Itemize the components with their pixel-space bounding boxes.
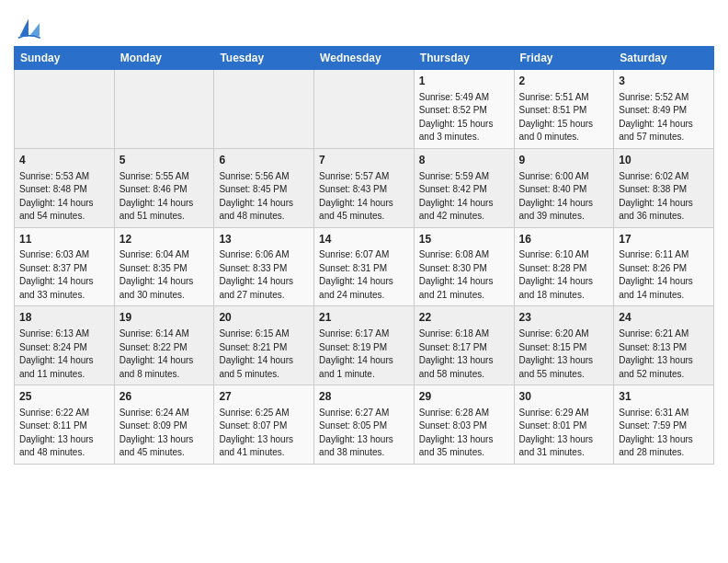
day-number: 28	[319, 389, 409, 405]
day-info: Sunrise: 6:08 AM Sunset: 8:30 PM Dayligh…	[419, 248, 509, 302]
weekday-thursday: Thursday	[414, 47, 514, 70]
day-cell: 6Sunrise: 5:56 AM Sunset: 8:45 PM Daylig…	[214, 148, 314, 227]
day-number: 2	[519, 74, 609, 89]
day-number: 25	[19, 389, 109, 405]
day-cell: 2Sunrise: 5:51 AM Sunset: 8:51 PM Daylig…	[514, 70, 614, 149]
day-cell: 8Sunrise: 5:59 AM Sunset: 8:42 PM Daylig…	[414, 148, 514, 227]
day-info: Sunrise: 6:25 AM Sunset: 8:07 PM Dayligh…	[219, 407, 309, 460]
weekday-friday: Friday	[514, 47, 614, 70]
week-row-3: 11Sunrise: 6:03 AM Sunset: 8:37 PM Dayli…	[15, 227, 714, 306]
calendar-body: 1Sunrise: 5:49 AM Sunset: 8:52 PM Daylig…	[15, 70, 714, 465]
weekday-wednesday: Wednesday	[314, 47, 415, 70]
day-info: Sunrise: 6:10 AM Sunset: 8:28 PM Dayligh…	[519, 248, 609, 302]
week-row-2: 4Sunrise: 5:53 AM Sunset: 8:48 PM Daylig…	[15, 148, 714, 227]
header	[14, 9, 714, 42]
day-cell: 16Sunrise: 6:10 AM Sunset: 8:28 PM Dayli…	[514, 227, 614, 306]
weekday-sunday: Sunday	[15, 47, 115, 70]
weekday-tuesday: Tuesday	[214, 47, 314, 70]
day-number: 24	[619, 310, 709, 326]
day-info: Sunrise: 6:07 AM Sunset: 8:31 PM Dayligh…	[319, 248, 409, 302]
day-number: 17	[619, 232, 709, 247]
day-info: Sunrise: 6:04 AM Sunset: 8:35 PM Dayligh…	[119, 248, 210, 302]
day-info: Sunrise: 5:57 AM Sunset: 8:43 PM Dayligh…	[319, 170, 409, 224]
day-cell: 29Sunrise: 6:28 AM Sunset: 8:03 PM Dayli…	[414, 385, 514, 465]
day-info: Sunrise: 6:21 AM Sunset: 8:13 PM Dayligh…	[619, 327, 709, 381]
day-number: 6	[219, 153, 309, 168]
day-info: Sunrise: 5:56 AM Sunset: 8:45 PM Dayligh…	[219, 170, 309, 224]
day-info: Sunrise: 6:18 AM Sunset: 8:17 PM Dayligh…	[419, 327, 509, 381]
day-cell: 9Sunrise: 6:00 AM Sunset: 8:40 PM Daylig…	[514, 148, 614, 227]
day-cell	[114, 70, 214, 149]
day-number: 30	[519, 389, 609, 405]
day-cell: 30Sunrise: 6:29 AM Sunset: 8:01 PM Dayli…	[514, 385, 614, 465]
day-info: Sunrise: 6:20 AM Sunset: 8:15 PM Dayligh…	[519, 327, 609, 381]
day-number: 4	[19, 153, 109, 168]
day-cell: 17Sunrise: 6:11 AM Sunset: 8:26 PM Dayli…	[614, 227, 714, 306]
day-cell: 22Sunrise: 6:18 AM Sunset: 8:17 PM Dayli…	[414, 306, 514, 385]
day-info: Sunrise: 5:53 AM Sunset: 8:48 PM Dayligh…	[19, 170, 109, 224]
day-cell	[15, 70, 115, 149]
day-info: Sunrise: 5:49 AM Sunset: 8:52 PM Dayligh…	[419, 91, 509, 144]
day-cell: 11Sunrise: 6:03 AM Sunset: 8:37 PM Dayli…	[15, 227, 115, 306]
day-cell: 1Sunrise: 5:49 AM Sunset: 8:52 PM Daylig…	[414, 70, 514, 149]
logo	[14, 13, 47, 42]
day-info: Sunrise: 5:55 AM Sunset: 8:46 PM Dayligh…	[119, 170, 210, 224]
day-number: 22	[419, 310, 509, 326]
day-cell: 12Sunrise: 6:04 AM Sunset: 8:35 PM Dayli…	[114, 227, 214, 306]
weekday-row: SundayMondayTuesdayWednesdayThursdayFrid…	[15, 47, 714, 70]
day-number: 29	[419, 389, 509, 405]
day-number: 14	[319, 232, 409, 247]
day-cell: 15Sunrise: 6:08 AM Sunset: 8:30 PM Dayli…	[414, 227, 514, 306]
day-cell: 31Sunrise: 6:31 AM Sunset: 7:59 PM Dayli…	[614, 385, 714, 465]
day-info: Sunrise: 5:59 AM Sunset: 8:42 PM Dayligh…	[419, 170, 509, 224]
day-cell: 21Sunrise: 6:17 AM Sunset: 8:19 PM Dayli…	[314, 306, 415, 385]
day-cell: 23Sunrise: 6:20 AM Sunset: 8:15 PM Dayli…	[514, 306, 614, 385]
day-number: 7	[319, 153, 409, 168]
day-number: 11	[19, 232, 109, 247]
day-cell: 27Sunrise: 6:25 AM Sunset: 8:07 PM Dayli…	[214, 385, 314, 465]
day-info: Sunrise: 6:11 AM Sunset: 8:26 PM Dayligh…	[619, 248, 709, 302]
day-info: Sunrise: 6:00 AM Sunset: 8:40 PM Dayligh…	[519, 170, 609, 224]
day-cell: 25Sunrise: 6:22 AM Sunset: 8:11 PM Dayli…	[15, 385, 115, 465]
day-number: 12	[119, 232, 210, 247]
day-number: 1	[419, 74, 509, 89]
day-info: Sunrise: 6:13 AM Sunset: 8:24 PM Dayligh…	[19, 327, 109, 381]
day-cell	[314, 70, 415, 149]
day-info: Sunrise: 6:02 AM Sunset: 8:38 PM Dayligh…	[619, 170, 709, 224]
day-info: Sunrise: 6:15 AM Sunset: 8:21 PM Dayligh…	[219, 327, 309, 381]
day-info: Sunrise: 6:03 AM Sunset: 8:37 PM Dayligh…	[19, 248, 109, 302]
calendar-header: SundayMondayTuesdayWednesdayThursdayFrid…	[15, 47, 714, 70]
day-cell: 18Sunrise: 6:13 AM Sunset: 8:24 PM Dayli…	[15, 306, 115, 385]
day-number: 3	[619, 74, 709, 89]
day-cell: 4Sunrise: 5:53 AM Sunset: 8:48 PM Daylig…	[15, 148, 115, 227]
day-info: Sunrise: 5:51 AM Sunset: 8:51 PM Dayligh…	[519, 91, 609, 144]
day-number: 15	[419, 232, 509, 247]
weekday-monday: Monday	[114, 47, 214, 70]
day-info: Sunrise: 5:52 AM Sunset: 8:49 PM Dayligh…	[619, 91, 709, 144]
day-number: 19	[119, 310, 210, 326]
day-info: Sunrise: 6:28 AM Sunset: 8:03 PM Dayligh…	[419, 407, 509, 460]
day-cell: 13Sunrise: 6:06 AM Sunset: 8:33 PM Dayli…	[214, 227, 314, 306]
day-info: Sunrise: 6:29 AM Sunset: 8:01 PM Dayligh…	[519, 407, 609, 460]
day-number: 10	[619, 153, 709, 168]
day-cell: 19Sunrise: 6:14 AM Sunset: 8:22 PM Dayli…	[114, 306, 214, 385]
day-info: Sunrise: 6:31 AM Sunset: 7:59 PM Dayligh…	[619, 407, 709, 460]
week-row-1: 1Sunrise: 5:49 AM Sunset: 8:52 PM Daylig…	[15, 70, 714, 149]
day-number: 5	[119, 153, 210, 168]
day-number: 16	[519, 232, 609, 247]
day-info: Sunrise: 6:27 AM Sunset: 8:05 PM Dayligh…	[319, 407, 409, 460]
day-number: 31	[619, 389, 709, 405]
day-number: 18	[19, 310, 109, 326]
day-number: 26	[119, 389, 210, 405]
weekday-saturday: Saturday	[614, 47, 714, 70]
day-info: Sunrise: 6:22 AM Sunset: 8:11 PM Dayligh…	[19, 407, 109, 460]
day-number: 21	[319, 310, 409, 326]
day-cell: 5Sunrise: 5:55 AM Sunset: 8:46 PM Daylig…	[114, 148, 214, 227]
day-cell: 24Sunrise: 6:21 AM Sunset: 8:13 PM Dayli…	[614, 306, 714, 385]
day-cell: 7Sunrise: 5:57 AM Sunset: 8:43 PM Daylig…	[314, 148, 415, 227]
day-cell: 26Sunrise: 6:24 AM Sunset: 8:09 PM Dayli…	[114, 385, 214, 465]
day-cell: 14Sunrise: 6:07 AM Sunset: 8:31 PM Dayli…	[314, 227, 415, 306]
day-cell: 3Sunrise: 5:52 AM Sunset: 8:49 PM Daylig…	[614, 70, 714, 149]
week-row-5: 25Sunrise: 6:22 AM Sunset: 8:11 PM Dayli…	[15, 385, 714, 465]
day-number: 27	[219, 389, 309, 405]
